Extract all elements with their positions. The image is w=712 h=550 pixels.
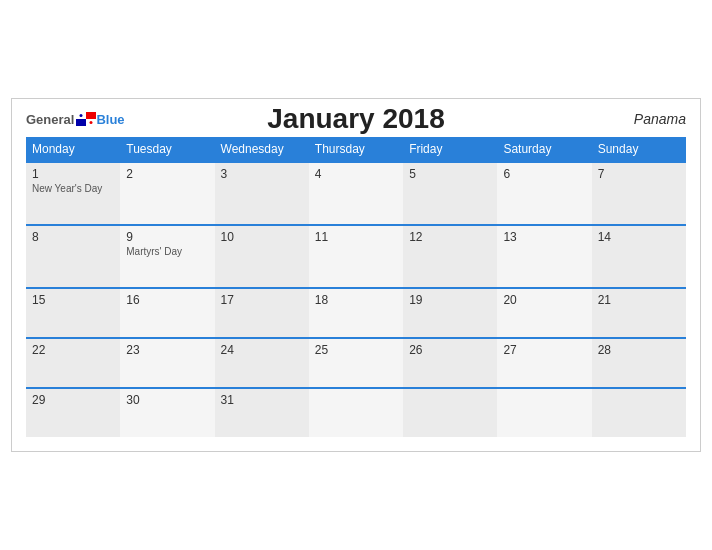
calendar-day-cell: 23 xyxy=(120,338,214,388)
day-number: 4 xyxy=(315,167,397,181)
calendar-body: 1New Year's Day23456789Martyrs' Day10111… xyxy=(26,162,686,437)
calendar-day-cell: 30 xyxy=(120,388,214,437)
calendar-day-cell: 4 xyxy=(309,162,403,225)
svg-rect-1 xyxy=(86,112,96,119)
calendar-day-cell: 13 xyxy=(497,225,591,288)
calendar-table: Monday Tuesday Wednesday Thursday Friday… xyxy=(26,137,686,437)
calendar-day-cell: 26 xyxy=(403,338,497,388)
calendar-title: January 2018 xyxy=(267,103,444,135)
calendar-day-cell: 16 xyxy=(120,288,214,338)
day-number: 19 xyxy=(409,293,491,307)
weekday-friday: Friday xyxy=(403,137,497,162)
weekday-wednesday: Wednesday xyxy=(215,137,309,162)
svg-point-4 xyxy=(80,114,83,117)
calendar-day-cell: 18 xyxy=(309,288,403,338)
calendar-day-cell: 8 xyxy=(26,225,120,288)
calendar-day-cell: 20 xyxy=(497,288,591,338)
weekday-monday: Monday xyxy=(26,137,120,162)
svg-point-5 xyxy=(90,121,93,124)
day-number: 18 xyxy=(315,293,397,307)
calendar-header: General Blue January 2018 Panama xyxy=(26,111,686,127)
calendar-day-cell: 2 xyxy=(120,162,214,225)
calendar-day-cell: 12 xyxy=(403,225,497,288)
day-number: 17 xyxy=(221,293,303,307)
day-number: 9 xyxy=(126,230,208,244)
day-number: 27 xyxy=(503,343,585,357)
day-number: 12 xyxy=(409,230,491,244)
calendar-day-cell: 27 xyxy=(497,338,591,388)
weekday-saturday: Saturday xyxy=(497,137,591,162)
holiday-name: Martyrs' Day xyxy=(126,246,208,257)
calendar-day-cell xyxy=(309,388,403,437)
calendar-day-cell: 1New Year's Day xyxy=(26,162,120,225)
calendar-day-cell: 10 xyxy=(215,225,309,288)
day-number: 5 xyxy=(409,167,491,181)
calendar-day-cell: 15 xyxy=(26,288,120,338)
calendar-day-cell: 19 xyxy=(403,288,497,338)
weekday-header-row: Monday Tuesday Wednesday Thursday Friday… xyxy=(26,137,686,162)
calendar-thead: Monday Tuesday Wednesday Thursday Friday… xyxy=(26,137,686,162)
day-number: 6 xyxy=(503,167,585,181)
day-number: 16 xyxy=(126,293,208,307)
day-number: 22 xyxy=(32,343,114,357)
calendar-day-cell: 17 xyxy=(215,288,309,338)
holiday-name: New Year's Day xyxy=(32,183,114,194)
day-number: 11 xyxy=(315,230,397,244)
calendar-day-cell: 11 xyxy=(309,225,403,288)
calendar-day-cell: 24 xyxy=(215,338,309,388)
calendar-day-cell: 9Martyrs' Day xyxy=(120,225,214,288)
calendar-day-cell xyxy=(403,388,497,437)
day-number: 25 xyxy=(315,343,397,357)
day-number: 7 xyxy=(598,167,680,181)
weekday-tuesday: Tuesday xyxy=(120,137,214,162)
logo: General Blue xyxy=(26,112,125,127)
logo-general-text: General xyxy=(26,112,74,127)
day-number: 13 xyxy=(503,230,585,244)
calendar-day-cell: 21 xyxy=(592,288,686,338)
calendar-week-row: 22232425262728 xyxy=(26,338,686,388)
day-number: 28 xyxy=(598,343,680,357)
calendar-week-row: 293031 xyxy=(26,388,686,437)
day-number: 3 xyxy=(221,167,303,181)
calendar-day-cell: 7 xyxy=(592,162,686,225)
day-number: 1 xyxy=(32,167,114,181)
calendar-day-cell: 5 xyxy=(403,162,497,225)
day-number: 21 xyxy=(598,293,680,307)
calendar-day-cell xyxy=(592,388,686,437)
day-number: 2 xyxy=(126,167,208,181)
calendar-day-cell: 14 xyxy=(592,225,686,288)
day-number: 23 xyxy=(126,343,208,357)
calendar-day-cell xyxy=(497,388,591,437)
day-number: 10 xyxy=(221,230,303,244)
day-number: 26 xyxy=(409,343,491,357)
logo-blue-text: Blue xyxy=(96,112,124,127)
calendar-day-cell: 6 xyxy=(497,162,591,225)
day-number: 20 xyxy=(503,293,585,307)
day-number: 15 xyxy=(32,293,114,307)
calendar-week-row: 1New Year's Day234567 xyxy=(26,162,686,225)
calendar-week-row: 89Martyrs' Day1011121314 xyxy=(26,225,686,288)
day-number: 29 xyxy=(32,393,114,407)
day-number: 8 xyxy=(32,230,114,244)
day-number: 31 xyxy=(221,393,303,407)
svg-rect-2 xyxy=(76,119,86,126)
weekday-thursday: Thursday xyxy=(309,137,403,162)
logo-flag-icon xyxy=(76,112,96,126)
day-number: 30 xyxy=(126,393,208,407)
calendar-day-cell: 22 xyxy=(26,338,120,388)
calendar-container: General Blue January 2018 Panama Monday … xyxy=(11,98,701,452)
day-number: 24 xyxy=(221,343,303,357)
calendar-day-cell: 29 xyxy=(26,388,120,437)
day-number: 14 xyxy=(598,230,680,244)
calendar-day-cell: 3 xyxy=(215,162,309,225)
calendar-day-cell: 31 xyxy=(215,388,309,437)
calendar-day-cell: 28 xyxy=(592,338,686,388)
weekday-sunday: Sunday xyxy=(592,137,686,162)
calendar-week-row: 15161718192021 xyxy=(26,288,686,338)
calendar-day-cell: 25 xyxy=(309,338,403,388)
country-name: Panama xyxy=(634,111,686,127)
